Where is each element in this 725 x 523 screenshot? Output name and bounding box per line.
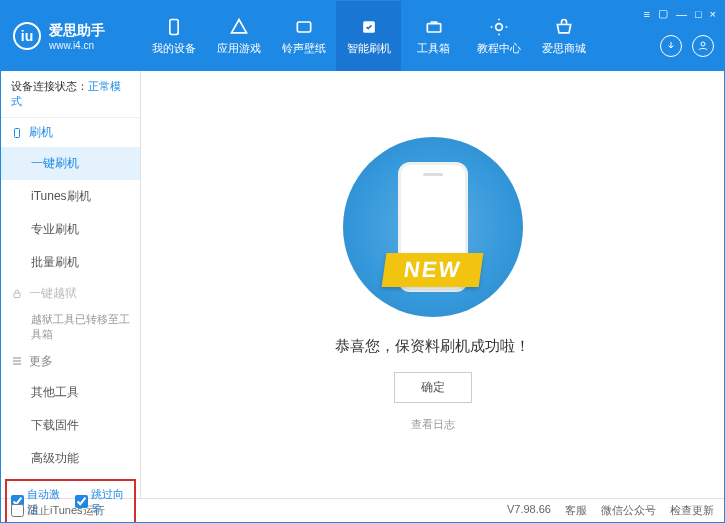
svg-point-5 — [701, 42, 705, 46]
version-label: V7.98.66 — [507, 503, 551, 518]
sidebar-item-itunes-flash[interactable]: iTunes刷机 — [1, 180, 140, 213]
skin-icon[interactable]: ▢ — [658, 7, 668, 20]
connection-status: 设备连接状态：正常模式 — [1, 71, 140, 118]
tab-apps-games[interactable]: 应用游戏 — [206, 1, 271, 71]
sidebar: 设备连接状态：正常模式 刷机 一键刷机 iTunes刷机 专业刷机 批量刷机 一… — [1, 71, 141, 498]
logo-area: iu 爱思助手 www.i4.cn — [1, 22, 141, 51]
minimize-icon[interactable]: — — [676, 8, 687, 20]
sidebar-item-oneclick-flash[interactable]: 一键刷机 — [1, 147, 140, 180]
section-flash[interactable]: 刷机 — [1, 118, 140, 147]
nav-tabs: 我的设备 应用游戏 铃声壁纸 智能刷机 工具箱 教程中心 爱思商城 — [141, 1, 724, 71]
success-message: 恭喜您，保资料刷机成功啦！ — [335, 337, 530, 356]
new-ribbon: NEW — [381, 253, 483, 287]
tab-store[interactable]: 爱思商城 — [531, 1, 596, 71]
tab-my-device[interactable]: 我的设备 — [141, 1, 206, 71]
svg-rect-3 — [427, 23, 440, 31]
sidebar-item-advanced[interactable]: 高级功能 — [1, 442, 140, 475]
app-url: www.i4.cn — [49, 40, 105, 51]
user-button[interactable] — [692, 35, 714, 57]
menu-icon[interactable]: ≡ — [643, 8, 649, 20]
app-title: 爱思助手 — [49, 22, 105, 40]
jailbreak-note: 越狱工具已转移至工具箱 — [1, 308, 140, 347]
wechat-link[interactable]: 微信公众号 — [601, 503, 656, 518]
window-controls: ≡ ▢ — □ × — [643, 7, 716, 20]
customer-service-link[interactable]: 客服 — [565, 503, 587, 518]
checkbox-block-itunes[interactable] — [11, 504, 24, 517]
tab-toolbox[interactable]: 工具箱 — [401, 1, 466, 71]
block-itunes-label: 阻止iTunes运行 — [28, 503, 105, 518]
tab-ringtones[interactable]: 铃声壁纸 — [271, 1, 336, 71]
svg-rect-6 — [15, 128, 20, 137]
section-more[interactable]: 更多 — [1, 347, 140, 376]
check-update-link[interactable]: 检查更新 — [670, 503, 714, 518]
section-jailbreak[interactable]: 一键越狱 — [1, 279, 140, 308]
sidebar-item-other-tools[interactable]: 其他工具 — [1, 376, 140, 409]
tab-smart-flash[interactable]: 智能刷机 — [336, 1, 401, 71]
download-button[interactable] — [660, 35, 682, 57]
svg-point-4 — [495, 23, 502, 30]
svg-rect-0 — [169, 19, 177, 34]
svg-rect-1 — [297, 22, 310, 32]
close-icon[interactable]: × — [710, 8, 716, 20]
logo-icon: iu — [13, 22, 41, 50]
sidebar-item-batch-flash[interactable]: 批量刷机 — [1, 246, 140, 279]
tab-tutorials[interactable]: 教程中心 — [466, 1, 531, 71]
svg-rect-7 — [14, 293, 20, 298]
ok-button[interactable]: 确定 — [394, 372, 472, 403]
main-content: NEW 恭喜您，保资料刷机成功啦！ 确定 查看日志 — [141, 71, 724, 498]
sidebar-item-pro-flash[interactable]: 专业刷机 — [1, 213, 140, 246]
view-log-link[interactable]: 查看日志 — [411, 417, 455, 432]
app-header: iu 爱思助手 www.i4.cn 我的设备 应用游戏 铃声壁纸 智能刷机 工具… — [1, 1, 724, 71]
maximize-icon[interactable]: □ — [695, 8, 702, 20]
phone-illustration: NEW — [343, 137, 523, 317]
sidebar-item-download-firmware[interactable]: 下载固件 — [1, 409, 140, 442]
